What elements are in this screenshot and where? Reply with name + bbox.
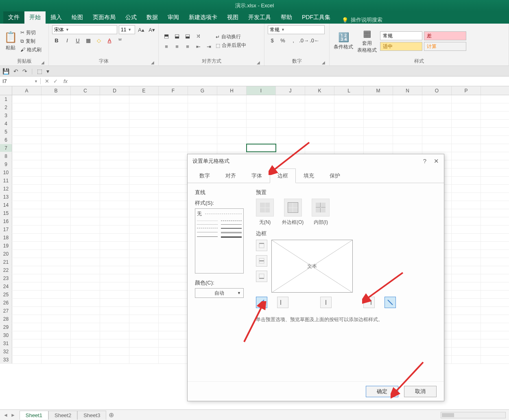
cell[interactable] — [452, 315, 481, 323]
cell[interactable] — [12, 128, 42, 136]
cell[interactable] — [42, 103, 71, 111]
cell[interactable] — [393, 103, 422, 111]
cell[interactable] — [159, 201, 188, 209]
cell[interactable] — [71, 144, 100, 152]
cell[interactable] — [188, 103, 217, 111]
align-left-icon[interactable]: ≡ — [162, 42, 171, 51]
sheet-tab-2[interactable]: Sheet2 — [48, 411, 77, 420]
column-header[interactable]: I — [247, 86, 276, 95]
cell[interactable] — [393, 136, 422, 144]
cell[interactable] — [100, 266, 129, 274]
cell[interactable] — [129, 160, 159, 168]
cell[interactable] — [71, 128, 100, 136]
cell[interactable] — [334, 120, 364, 127]
cell[interactable] — [452, 225, 481, 233]
row-header[interactable]: 33 — [0, 356, 12, 363]
cell[interactable] — [71, 209, 100, 217]
cell[interactable] — [364, 144, 393, 152]
cell[interactable] — [129, 331, 159, 339]
row-header[interactable]: 11 — [0, 177, 12, 184]
cell[interactable] — [247, 136, 276, 144]
cell[interactable] — [71, 282, 100, 290]
cell[interactable] — [452, 339, 481, 347]
cell[interactable] — [71, 185, 100, 192]
cell[interactable] — [12, 160, 42, 168]
cell[interactable] — [100, 152, 129, 160]
cell[interactable] — [247, 120, 276, 127]
cell[interactable] — [100, 234, 129, 241]
cell[interactable] — [276, 144, 305, 152]
cell[interactable] — [100, 95, 129, 103]
cell[interactable] — [12, 103, 42, 111]
line-style-option[interactable] — [197, 224, 218, 225]
cell[interactable] — [42, 323, 71, 331]
row-header[interactable]: 7 — [0, 144, 12, 152]
cell[interactable] — [364, 95, 393, 103]
cell[interactable] — [422, 144, 452, 152]
preset-inside-button[interactable] — [312, 199, 330, 217]
cell[interactable] — [129, 217, 159, 225]
row-header[interactable]: 24 — [0, 282, 12, 290]
row-header[interactable]: 17 — [0, 225, 12, 233]
cell[interactable] — [129, 112, 159, 119]
decrease-decimal-icon[interactable]: .0← — [310, 36, 319, 45]
line-style-option[interactable] — [197, 228, 218, 229]
cell[interactable] — [159, 315, 188, 323]
cell[interactable] — [129, 274, 159, 282]
percent-icon[interactable]: % — [278, 36, 287, 45]
cell[interactable] — [129, 282, 159, 290]
row-header[interactable]: 15 — [0, 209, 12, 217]
row-header[interactable]: 26 — [0, 299, 12, 306]
cell[interactable] — [71, 160, 100, 168]
row-header[interactable]: 32 — [0, 348, 12, 355]
cell[interactable] — [247, 95, 276, 103]
cell[interactable] — [129, 266, 159, 274]
row-header[interactable]: 6 — [0, 136, 12, 144]
column-header[interactable]: P — [452, 86, 481, 95]
column-header[interactable]: K — [305, 86, 334, 95]
cell[interactable] — [159, 356, 188, 363]
line-style-option[interactable] — [221, 236, 242, 238]
cell[interactable] — [305, 128, 334, 136]
cell[interactable] — [129, 177, 159, 184]
cell[interactable] — [129, 144, 159, 152]
cell[interactable] — [452, 168, 481, 176]
cell[interactable] — [452, 331, 481, 339]
row-header[interactable]: 19 — [0, 242, 12, 249]
row-header[interactable]: 5 — [0, 128, 12, 136]
cell[interactable] — [305, 120, 334, 127]
cell[interactable] — [422, 120, 452, 127]
row-header[interactable]: 2 — [0, 103, 12, 111]
cell[interactable] — [129, 250, 159, 258]
border-diag-down-button[interactable] — [384, 297, 396, 308]
cell[interactable] — [159, 266, 188, 274]
cell[interactable] — [42, 209, 71, 217]
cell[interactable] — [71, 299, 100, 306]
cell[interactable] — [12, 217, 42, 225]
cell[interactable] — [42, 177, 71, 184]
cell[interactable] — [452, 128, 481, 136]
cell[interactable] — [159, 323, 188, 331]
cell[interactable] — [12, 112, 42, 119]
cell[interactable] — [12, 315, 42, 323]
cell[interactable] — [42, 160, 71, 168]
cell[interactable] — [452, 234, 481, 241]
color-combo[interactable]: 自动▼ — [195, 288, 244, 298]
row-header[interactable]: 12 — [0, 185, 12, 192]
column-header[interactable]: D — [100, 86, 129, 95]
row-header[interactable]: 27 — [0, 307, 12, 315]
launcher-icon[interactable]: ◢ — [151, 60, 154, 65]
tab-new[interactable]: 新建选项卡 — [184, 11, 222, 24]
undo-icon[interactable]: ↶ — [13, 68, 18, 74]
cell[interactable] — [42, 201, 71, 209]
cell[interactable] — [422, 95, 452, 103]
cell[interactable] — [129, 168, 159, 176]
cell[interactable] — [42, 136, 71, 144]
cell[interactable] — [129, 103, 159, 111]
cell[interactable] — [452, 209, 481, 217]
font-color-button[interactable]: A — [105, 36, 114, 45]
column-header[interactable]: B — [42, 86, 71, 95]
cell[interactable] — [276, 95, 305, 103]
cell[interactable] — [452, 201, 481, 209]
cell[interactable] — [159, 136, 188, 144]
